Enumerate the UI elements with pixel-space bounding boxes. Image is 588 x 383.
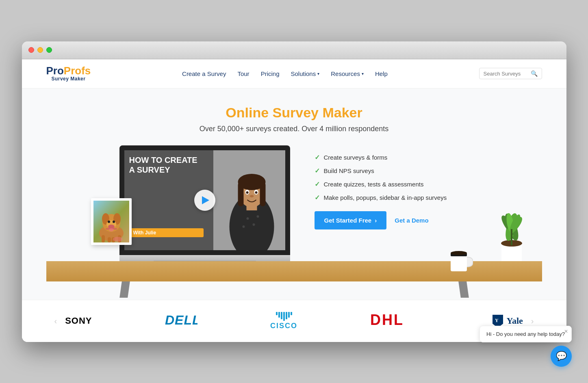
svg-point-27 xyxy=(246,217,249,220)
video-right xyxy=(213,145,290,255)
check-icon-2: ✓ xyxy=(315,167,320,175)
check-icon-4: ✓ xyxy=(315,194,320,201)
brand-cisco: CISCO xyxy=(270,312,297,330)
traffic-lights xyxy=(28,47,52,53)
hero-subheading: Over 50,000+ surveys created. Over 4 mil… xyxy=(46,125,542,133)
nav-help[interactable]: Help xyxy=(375,70,388,77)
svg-text:Y: Y xyxy=(495,318,499,323)
search-box[interactable]: 🔍 xyxy=(479,68,542,79)
svg-point-28 xyxy=(252,223,255,226)
svg-point-14 xyxy=(113,237,123,242)
yale-logo-text: Yale xyxy=(506,316,523,326)
maximize-button[interactable] xyxy=(46,47,52,53)
logo-text: ProProfs xyxy=(46,65,91,76)
browser-titlebar xyxy=(22,41,566,59)
svg-rect-11 xyxy=(108,237,111,242)
play-icon xyxy=(202,196,209,204)
dog-photo-frame xyxy=(91,198,132,245)
logo-profs: Profs xyxy=(64,65,91,77)
feature-2: ✓ Build NPS surveys xyxy=(315,167,469,175)
dog-photo xyxy=(93,201,129,242)
cisco-bars xyxy=(270,312,297,321)
solutions-dropdown-icon: ▾ xyxy=(317,71,319,76)
nav-solutions[interactable]: Solutions ▾ xyxy=(291,70,319,77)
logo[interactable]: ProProfs Survey Maker xyxy=(46,65,91,82)
feature-label-2: Build NPS surveys xyxy=(324,167,374,174)
chat-icon: 💬 xyxy=(556,351,567,361)
cisco-bar-1 xyxy=(276,312,278,315)
chat-tooltip-close[interactable]: ✕ xyxy=(564,329,568,334)
get-demo-link[interactable]: Get a Demo xyxy=(395,217,428,224)
laptop: HOW TO CREATE A SURVEY With Julie xyxy=(119,145,290,269)
cisco-bar-2 xyxy=(278,312,280,318)
sony-logo-text: SONY xyxy=(65,316,92,326)
feature-label-4: Make polls, popups, sidebar & in-app sur… xyxy=(324,194,447,201)
svg-rect-10 xyxy=(102,235,105,242)
feature-1: ✓ Create surveys & forms xyxy=(315,154,469,161)
desk-leg-left xyxy=(119,281,130,298)
svg-point-29 xyxy=(242,225,245,228)
nav-create-survey[interactable]: Create a Survey xyxy=(182,70,226,77)
get-started-button[interactable]: Get Started Free › xyxy=(315,211,387,229)
navbar: ProProfs Survey Maker Create a Survey To… xyxy=(22,59,566,89)
hero-section: Online Survey Maker Over 50,000+ surveys… xyxy=(22,89,566,300)
search-input[interactable] xyxy=(484,71,528,77)
video-content: HOW TO CREATE A SURVEY With Julie xyxy=(119,145,290,255)
arrow-icon: › xyxy=(375,217,377,224)
chat-widget: ✕ Hi - Do you need any help today? 💬 xyxy=(551,346,572,367)
laptop-screen: HOW TO CREATE A SURVEY With Julie xyxy=(119,145,290,255)
svg-rect-39 xyxy=(511,229,512,245)
feature-3: ✓ Create quizzes, tests & assessments xyxy=(315,180,469,188)
get-started-label: Get Started Free xyxy=(324,217,372,224)
chat-tooltip-text: Hi - Do you need any help today? xyxy=(486,331,565,337)
cisco-bar-6 xyxy=(288,312,290,318)
svg-point-26 xyxy=(250,195,254,197)
nav-tour[interactable]: Tour xyxy=(237,70,249,77)
check-icon-1: ✓ xyxy=(315,154,320,161)
svg-point-30 xyxy=(256,215,259,218)
svg-point-42 xyxy=(451,251,467,255)
chat-bubble-button[interactable]: 💬 xyxy=(551,346,572,367)
desk-area xyxy=(46,281,542,298)
svg-point-25 xyxy=(255,191,257,194)
minimize-button[interactable] xyxy=(37,47,43,53)
cisco-bar-5 xyxy=(286,312,287,319)
svg-point-9 xyxy=(109,228,114,232)
browser-content: ProProfs Survey Maker Create a Survey To… xyxy=(22,59,566,342)
desk-surface xyxy=(46,261,542,281)
logo-pro: Pro xyxy=(46,65,64,77)
svg-point-7 xyxy=(108,225,115,229)
feature-4: ✓ Make polls, popups, sidebar & in-app s… xyxy=(315,194,469,201)
close-button[interactable] xyxy=(28,47,34,53)
svg-text:DELL: DELL xyxy=(165,313,197,327)
brands-next-arrow[interactable]: › xyxy=(531,316,534,326)
feature-label-3: Create quizzes, tests & assessments xyxy=(324,181,424,188)
logo-subtitle: Survey Maker xyxy=(51,76,85,82)
nav-links: Create a Survey Tour Pricing Solutions ▾… xyxy=(91,70,479,77)
plant-decoration xyxy=(485,195,538,269)
svg-text:DHL: DHL xyxy=(370,312,404,328)
cta-area: Get Started Free › Get a Demo xyxy=(315,211,469,229)
cisco-bar-7 xyxy=(291,312,292,315)
brand-sony: SONY xyxy=(65,316,92,326)
coffee-mug xyxy=(449,245,473,279)
hero-heading: Online Survey Maker xyxy=(46,105,542,121)
nav-pricing[interactable]: Pricing xyxy=(261,70,280,77)
play-button[interactable] xyxy=(194,190,215,211)
cisco-bar-4 xyxy=(283,312,285,321)
brands-row: SONY DELL xyxy=(57,312,531,331)
check-icon-3: ✓ xyxy=(315,180,320,188)
svg-rect-21 xyxy=(260,182,265,206)
search-icon: 🔍 xyxy=(531,70,538,77)
brands-prev-arrow[interactable]: ‹ xyxy=(54,316,57,326)
laptop-area: HOW TO CREATE A SURVEY With Julie xyxy=(119,145,290,269)
video-with-badge: With Julie xyxy=(129,228,204,237)
features-area: ✓ Create surveys & forms ✓ Build NPS sur… xyxy=(315,145,469,229)
svg-rect-20 xyxy=(238,182,243,206)
video-title: HOW TO CREATE A SURVEY xyxy=(129,155,204,175)
svg-point-6 xyxy=(113,221,115,223)
nav-resources[interactable]: Resources ▾ xyxy=(331,70,364,77)
svg-point-5 xyxy=(108,221,110,223)
browser-window: ProProfs Survey Maker Create a Survey To… xyxy=(22,41,566,342)
svg-point-24 xyxy=(246,191,248,194)
